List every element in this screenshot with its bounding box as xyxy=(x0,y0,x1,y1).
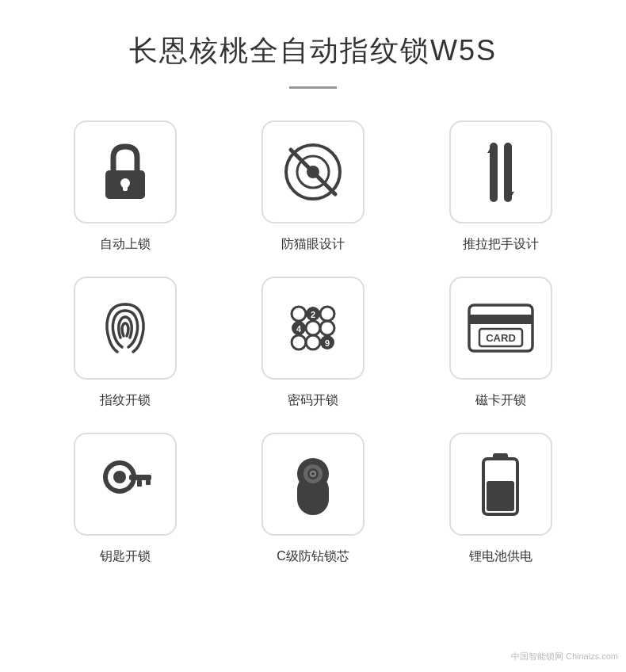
lock-core-label: C级防钻锁芯 xyxy=(277,548,349,565)
svg-text:CARD: CARD xyxy=(486,332,516,344)
svg-rect-24 xyxy=(469,315,532,324)
key-label: 钥匙开锁 xyxy=(100,548,151,565)
svg-point-17 xyxy=(292,335,306,349)
features-grid: 自动上锁 防猫眼设计 xyxy=(0,120,626,565)
auto-lock-icon-box xyxy=(74,120,177,223)
battery-icon xyxy=(479,451,522,518)
peephole-icon-box xyxy=(261,120,365,223)
page-title: 长恩核桃全自动指纹锁W5S xyxy=(129,32,497,71)
peephole-label: 防猫眼设计 xyxy=(281,236,345,253)
password-label: 密码开锁 xyxy=(288,392,338,409)
handle-label: 推拉把手设计 xyxy=(463,236,539,253)
handle-icon xyxy=(477,139,525,206)
key-icon xyxy=(96,455,155,514)
svg-rect-30 xyxy=(137,480,142,487)
feature-peephole: 防猫眼设计 xyxy=(235,120,391,253)
svg-point-37 xyxy=(311,472,315,475)
battery-label: 锂电池供电 xyxy=(469,548,532,565)
feature-fingerprint: 指纹开锁 xyxy=(48,277,204,409)
svg-point-28 xyxy=(113,471,126,483)
card-icon-box: CARD xyxy=(449,277,552,380)
svg-point-16 xyxy=(320,321,334,335)
svg-point-13 xyxy=(320,307,334,321)
fingerprint-icon xyxy=(94,296,157,360)
svg-point-18 xyxy=(306,335,320,349)
svg-rect-31 xyxy=(146,480,151,485)
svg-text:2: 2 xyxy=(311,310,315,319)
svg-text:9: 9 xyxy=(325,338,330,348)
svg-text:4: 4 xyxy=(296,324,302,334)
lock-core-icon-box xyxy=(261,433,365,536)
feature-key: 钥匙开锁 xyxy=(48,433,204,565)
fingerprint-label: 指纹开锁 xyxy=(100,392,151,409)
feature-card: CARD 磁卡开锁 xyxy=(422,277,578,409)
feature-lock-core: C级防钻锁芯 xyxy=(235,433,391,565)
card-label: 磁卡开锁 xyxy=(475,392,526,409)
svg-rect-40 xyxy=(487,481,514,511)
feature-auto-lock: 自动上锁 xyxy=(48,120,204,253)
title-divider xyxy=(289,86,337,89)
peephole-icon xyxy=(281,140,345,204)
handle-icon-box xyxy=(449,120,552,223)
svg-point-15 xyxy=(306,321,320,335)
svg-point-11 xyxy=(292,307,306,321)
feature-password: 2 4 9 密码开锁 xyxy=(235,277,391,409)
svg-rect-2 xyxy=(123,185,128,191)
password-icon-box: 2 4 9 xyxy=(261,277,365,380)
feature-handle: 推拉把手设计 xyxy=(422,120,578,253)
key-icon-box xyxy=(74,433,177,536)
auto-lock-label: 自动上锁 xyxy=(100,236,151,253)
auto-lock-icon xyxy=(97,140,153,204)
fingerprint-icon-box xyxy=(74,277,177,380)
password-icon: 2 4 9 xyxy=(281,296,345,360)
svg-rect-29 xyxy=(129,475,151,480)
card-icon: CARD xyxy=(465,299,536,358)
feature-battery: 锂电池供电 xyxy=(422,433,578,565)
watermark: 中国智能锁网 Chinaizs.com xyxy=(511,651,618,662)
lock-core-icon xyxy=(285,449,341,520)
battery-icon-box xyxy=(449,433,552,536)
